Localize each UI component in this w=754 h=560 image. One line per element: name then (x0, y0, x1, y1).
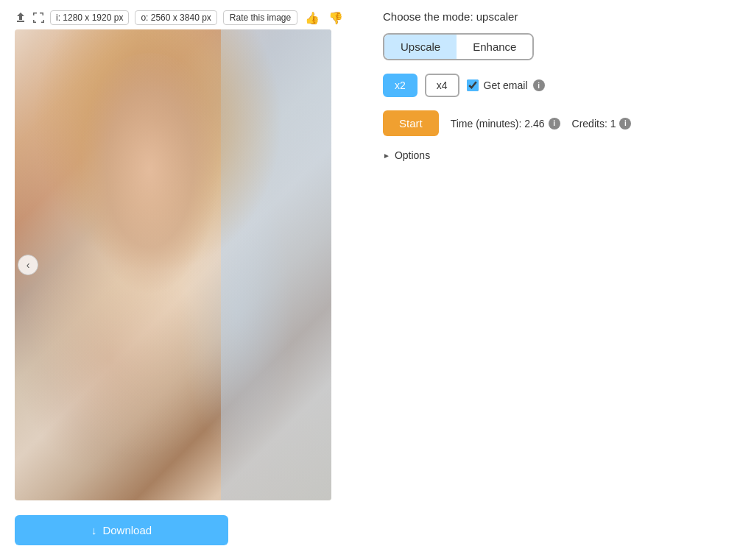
image-content (15, 29, 331, 500)
image-display: ‹ (15, 29, 331, 500)
right-panel: Choose the mode: upscaler Upscale Enhanc… (383, 7, 739, 553)
start-row: Start Time (minutes): 2.46 i Credits: 1 … (383, 110, 739, 136)
download-label: Download (102, 524, 152, 536)
credits-info: Credits: 1 i (572, 118, 632, 130)
thumbs-up-button[interactable]: 👍 (303, 11, 321, 25)
options-arrow-icon: ► (383, 152, 390, 160)
input-size-badge: i: 1280 x 1920 px (50, 10, 129, 25)
prev-arrow[interactable]: ‹ (18, 255, 38, 275)
download-icon: ↓ (91, 524, 97, 536)
options-label: Options (395, 149, 430, 161)
image-face (63, 53, 237, 312)
time-info-icon[interactable]: i (549, 118, 560, 130)
options-row[interactable]: ► Options (383, 149, 739, 161)
credits-label: Credits: 1 (572, 118, 616, 130)
mode-toggle: Upscale Enhance (383, 33, 534, 60)
upload-icon[interactable] (15, 12, 27, 24)
upscale-mode-button[interactable]: Upscale (384, 35, 457, 59)
mode-label: Choose the mode: upscaler (383, 10, 739, 23)
time-label: Time (minutes): 2.46 (451, 118, 545, 130)
start-button[interactable]: Start (383, 110, 439, 136)
thumbs-down-button[interactable]: 👎 (327, 11, 345, 25)
fullscreen-icon[interactable] (32, 12, 44, 24)
main-container: i: 1280 x 1920 px o: 2560 x 3840 px Rate… (0, 0, 754, 560)
credits-info-icon[interactable]: i (619, 118, 631, 130)
scale-row: x2 x4 Get email i (383, 74, 739, 97)
output-size-badge: o: 2560 x 3840 px (135, 10, 216, 25)
scale-x2-button[interactable]: x2 (383, 74, 417, 97)
image-toolbar: i: 1280 x 1920 px o: 2560 x 3840 px Rate… (15, 7, 361, 29)
time-info: Time (minutes): 2.46 i (451, 118, 560, 130)
rate-button[interactable]: Rate this image (223, 10, 297, 25)
left-panel: i: 1280 x 1920 px o: 2560 x 3840 px Rate… (15, 7, 361, 553)
download-button[interactable]: ↓ Download (15, 515, 228, 545)
get-email-label: Get email (484, 79, 528, 91)
email-info-icon[interactable]: i (533, 79, 545, 91)
email-row: Get email i (467, 79, 545, 91)
enhance-mode-button[interactable]: Enhance (457, 35, 532, 59)
scale-x4-button[interactable]: x4 (425, 74, 459, 97)
get-email-checkbox[interactable] (467, 79, 479, 91)
